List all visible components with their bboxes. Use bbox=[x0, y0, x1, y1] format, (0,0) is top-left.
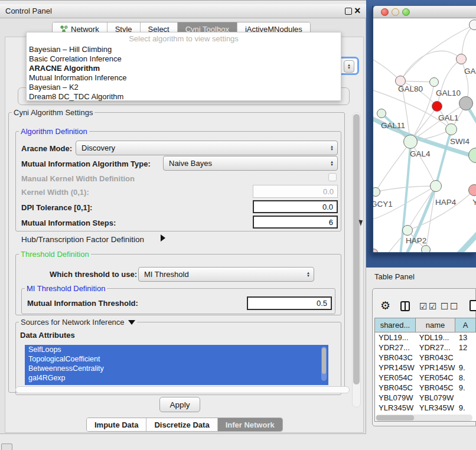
attribute-item-topologicalcoefficient[interactable]: TopologicalCoefficient bbox=[25, 354, 328, 364]
network-node[interactable] bbox=[430, 180, 442, 192]
columns-icon[interactable] bbox=[400, 301, 410, 311]
close-icon[interactable]: × bbox=[354, 4, 361, 18]
mi-threshold-group-title: MI Threshold Definition bbox=[25, 284, 107, 293]
network-node[interactable] bbox=[421, 245, 431, 252]
apply-button[interactable]: Apply bbox=[159, 397, 200, 412]
table-cell: 8. bbox=[456, 373, 476, 383]
table-cell: YER054C bbox=[416, 373, 456, 383]
table-cell: YLR345W bbox=[376, 403, 416, 413]
network-node[interactable] bbox=[403, 135, 418, 149]
table-cell: YDL19... bbox=[416, 332, 456, 343]
mi-threshold-input[interactable]: 0.5 bbox=[247, 296, 332, 310]
node-label-gal1: GAL1 bbox=[438, 113, 459, 122]
checked-checkbox-icon[interactable]: ☑ bbox=[419, 301, 427, 312]
file-icon[interactable] bbox=[470, 300, 476, 311]
control-panel-titlebar: Control Panel bbox=[0, 4, 366, 18]
table-row[interactable]: YER054CYER054C8. bbox=[376, 373, 476, 383]
unchecked-checkbox-icon[interactable]: ☐ bbox=[450, 301, 458, 312]
network-node[interactable] bbox=[445, 123, 457, 135]
table-cell: YPR145W bbox=[416, 363, 456, 373]
table-cell: YER054C bbox=[376, 373, 416, 383]
network-node[interactable] bbox=[432, 101, 442, 112]
zoom-traffic-light[interactable] bbox=[402, 8, 410, 16]
node-label-y: Y bbox=[472, 198, 476, 207]
table-cell: YBR045C bbox=[416, 383, 456, 393]
mi-type-select[interactable]: Naive Bayes ▲▼ bbox=[163, 156, 338, 171]
network-canvas[interactable]: GAL80GAL10GALGAL1GAL11SWI4GAL4GCY1HAP4YH… bbox=[373, 18, 476, 252]
table-row[interactable]: YBL079WYBL079W bbox=[376, 393, 476, 403]
table-row[interactable]: YLR345WYLR345W9. bbox=[376, 403, 476, 413]
stepper-arrows-icon: ▲▼ bbox=[307, 272, 310, 278]
table-row[interactable]: YBR045CYBR045C9. bbox=[376, 383, 476, 393]
network-window-titlebar[interactable] bbox=[373, 6, 476, 18]
data-attributes-label: Data Attributes bbox=[20, 331, 75, 340]
network-node[interactable] bbox=[377, 109, 386, 118]
node-label-gal80: GAL80 bbox=[398, 84, 423, 93]
unchecked-checkbox-icon[interactable]: ☐ bbox=[441, 301, 448, 312]
aracne-mode-select[interactable]: Discovery ▲▼ bbox=[76, 141, 338, 155]
network-node[interactable] bbox=[402, 225, 413, 236]
close-traffic-light[interactable] bbox=[381, 8, 389, 16]
node-label-hap2: HAP2 bbox=[406, 236, 426, 245]
aracne-mode-label: Aracne Mode: bbox=[21, 144, 72, 153]
table-cell: YBR043C bbox=[416, 353, 456, 363]
mi-steps-input[interactable]: 6 bbox=[253, 216, 338, 229]
manual-kernel-checkbox[interactable] bbox=[328, 173, 337, 181]
attribute-item-gal4rgexp[interactable]: gal4RGexp bbox=[25, 373, 328, 383]
network-node[interactable] bbox=[469, 19, 476, 30]
kernel-width-input[interactable]: 0.0 bbox=[253, 185, 338, 198]
column-header-shared[interactable]: shared... bbox=[375, 318, 416, 332]
algorithm-option-dream8-dc-tdc-algorithm[interactable]: Dream8 DC_TDC Algorithm bbox=[27, 92, 341, 102]
mi-type-value: Naive Bayes bbox=[169, 159, 212, 168]
settings-scrollbar-thumb[interactable] bbox=[353, 114, 360, 384]
tab-infer-network[interactable]: Infer Network bbox=[218, 418, 282, 431]
attribute-item-selfloops[interactable]: SelfLoops bbox=[25, 345, 328, 354]
algorithm-option-bayesian-k2[interactable]: Bayesian – K2 bbox=[27, 83, 341, 92]
tab-discretize-data[interactable]: Discretize Data bbox=[146, 418, 217, 431]
data-attributes-list[interactable]: SelfLoopsTopologicalCoefficientBetweenne… bbox=[25, 345, 328, 385]
column-header-a[interactable]: A bbox=[455, 318, 476, 332]
stepper-arrows-icon: ▲▼ bbox=[344, 60, 354, 73]
network-view-window: GAL80GAL10GALGAL1GAL11SWI4GAL4GCY1HAP4YH… bbox=[372, 6, 476, 253]
node-label-gal4: GAL4 bbox=[410, 149, 431, 158]
table-cell: 9. bbox=[456, 403, 476, 413]
table-hscrollbar-thumb[interactable] bbox=[376, 415, 414, 420]
dpi-tolerance-input[interactable]: 0.0 bbox=[253, 200, 338, 213]
network-node[interactable] bbox=[429, 77, 439, 87]
tab-impute-data[interactable]: Impute Data bbox=[87, 418, 146, 431]
table-cell: YBR045C bbox=[376, 383, 416, 393]
float-window-icon[interactable] bbox=[345, 8, 352, 15]
table-header-row: shared...nameA bbox=[375, 318, 476, 332]
sources-collapse-icon[interactable] bbox=[128, 320, 135, 325]
algorithm-option-mutual-information-inference[interactable]: Mutual Information Inference bbox=[27, 73, 341, 83]
algorithm-option-basic-correlation-inference[interactable]: Basic Correlation Inference bbox=[27, 54, 341, 64]
minimize-traffic-light[interactable] bbox=[392, 8, 399, 16]
algorithm-option-aracne-algorithm[interactable]: ARACNE Algorithm bbox=[27, 64, 341, 73]
stepper-arrows-icon: ▲▼ bbox=[330, 145, 334, 151]
network-node[interactable] bbox=[459, 96, 473, 110]
attribute-item-betweennesscentrality[interactable]: BetweennessCentrality bbox=[25, 364, 328, 373]
hub-expand-icon[interactable] bbox=[161, 234, 165, 242]
network-node[interactable] bbox=[468, 184, 476, 196]
table-row[interactable]: YDR27...YDR27...12 bbox=[376, 343, 476, 353]
attributes-scrollbar-thumb[interactable] bbox=[322, 348, 326, 374]
node-label-hap4: HAP4 bbox=[435, 198, 456, 207]
node-label-gcy1: GCY1 bbox=[373, 200, 393, 208]
network-node[interactable] bbox=[456, 54, 467, 64]
node-table: shared...nameA YDL19...YDL19...13YDR27..… bbox=[374, 318, 476, 422]
gear-icon[interactable]: ⚙ bbox=[380, 299, 390, 312]
sources-hscrollbar[interactable] bbox=[15, 386, 350, 393]
algorithm-option-bayesian-hill-climbing[interactable]: Bayesian – Hill Climbing bbox=[27, 45, 341, 54]
column-header-name[interactable]: name bbox=[416, 318, 455, 332]
table-row[interactable]: YPR145WYPR145W9. bbox=[376, 363, 476, 373]
table-row[interactable]: YBR043CYBR043C bbox=[376, 353, 476, 363]
table-row[interactable]: YDL19...YDL19...13 bbox=[376, 332, 476, 343]
hub-section-label: Hub/Transcription Factor Definition bbox=[21, 235, 144, 244]
table-rows: YDL19...YDL19...13YDR27...YDR27...12YBR0… bbox=[376, 332, 476, 415]
algorithm-dropdown-popup: Select algorithm to view settings Bayesi… bbox=[26, 32, 341, 101]
minimized-panel-icon[interactable] bbox=[1, 444, 12, 450]
table-cell: YBL079W bbox=[416, 393, 456, 403]
checked-checkbox-icon[interactable]: ☑ bbox=[429, 301, 436, 312]
which-threshold-select[interactable]: MI Threshold ▲▼ bbox=[138, 267, 314, 282]
algorithm-definition-title: Algorithm Definition bbox=[19, 127, 89, 136]
